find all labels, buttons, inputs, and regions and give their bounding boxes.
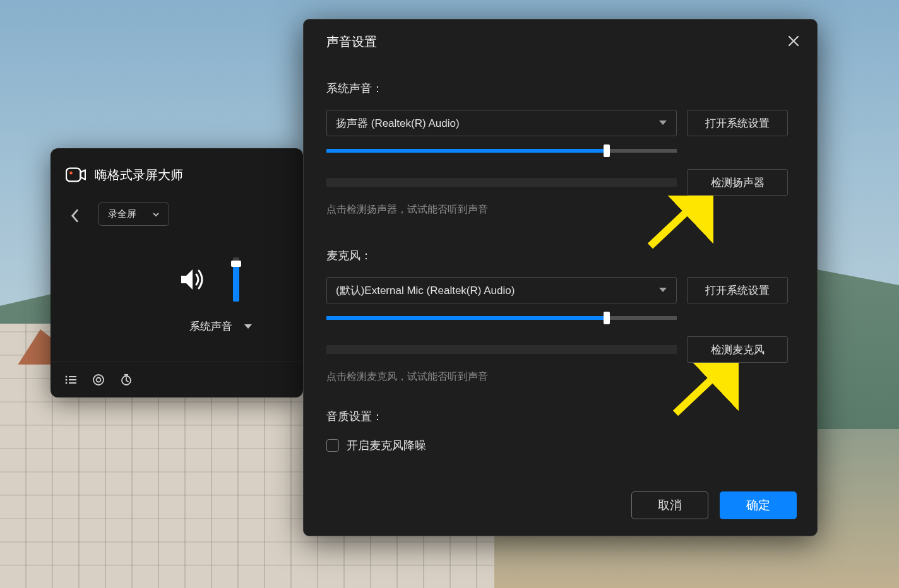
app-title: 嗨格式录屏大师 <box>95 167 183 184</box>
microphone-device-value: (默认)External Mic (Realtek(R) Audio) <box>336 283 515 298</box>
svg-point-8 <box>93 375 104 385</box>
volume-mini-knob <box>231 261 241 267</box>
recorder-body: 录全屏 <box>51 196 303 226</box>
region-select[interactable]: 录全屏 <box>98 203 169 226</box>
svg-point-9 <box>97 378 101 382</box>
open-mic-system-settings-button[interactable]: 打开系统设置 <box>687 277 788 303</box>
svg-point-2 <box>66 376 68 378</box>
chevron-down-icon <box>152 211 160 218</box>
recorder-footer <box>51 362 303 397</box>
svg-rect-0 <box>66 168 81 182</box>
microphone-section-label: 麦克风： <box>326 248 794 263</box>
speaker-icon <box>177 264 208 295</box>
open-system-settings-button[interactable]: 打开系统设置 <box>687 110 788 136</box>
system-sound-section-label: 系统声音： <box>326 81 794 96</box>
test-speaker-label: 检测扬声器 <box>711 175 765 190</box>
svg-rect-11 <box>124 374 128 375</box>
back-button[interactable] <box>69 203 80 225</box>
ok-button[interactable]: 确定 <box>720 491 797 519</box>
speaker-volume-slider[interactable] <box>326 149 677 153</box>
microphone-level-meter <box>326 345 677 354</box>
gear-icon[interactable] <box>92 373 105 386</box>
speaker-level-meter <box>326 178 677 187</box>
recorder-main: 系统声音 <box>51 257 303 362</box>
microphone-hint: 点击检测麦克风，试试能否听到声音 <box>326 370 794 384</box>
system-sound-device-select[interactable]: 扬声器 (Realtek(R) Audio) <box>326 110 677 136</box>
system-sound-device-value: 扬声器 (Realtek(R) Audio) <box>336 116 460 131</box>
volume-mini-fill <box>233 266 239 302</box>
test-speaker-button[interactable]: 检测扬声器 <box>687 169 788 196</box>
chevron-down-icon <box>658 120 667 126</box>
open-system-settings-label: 打开系统设置 <box>705 116 770 131</box>
ok-label: 确定 <box>746 497 770 514</box>
svg-point-4 <box>66 379 68 381</box>
microphone-device-select[interactable]: (默认)External Mic (Realtek(R) Audio) <box>326 277 677 303</box>
dialog-content: 系统声音： 扬声器 (Realtek(R) Audio) 打开系统设置 检测扬声… <box>304 62 817 478</box>
cancel-label: 取消 <box>658 497 682 514</box>
open-mic-system-settings-label: 打开系统设置 <box>705 283 770 298</box>
dialog-footer: 取消 确定 <box>304 478 817 536</box>
system-sound-dropdown[interactable] <box>244 320 253 333</box>
svg-rect-5 <box>69 379 76 380</box>
svg-rect-7 <box>69 382 76 384</box>
region-select-label: 录全屏 <box>108 208 136 220</box>
svg-point-1 <box>69 172 73 175</box>
list-icon[interactable] <box>64 373 77 386</box>
system-sound-label: 系统声音 <box>189 319 232 334</box>
volume-mini-slider[interactable] <box>233 257 239 302</box>
svg-rect-3 <box>69 376 76 377</box>
speaker-hint: 点击检测扬声器，试试能否听到声音 <box>326 203 794 216</box>
chevron-down-icon <box>658 287 667 293</box>
microphone-volume-slider[interactable] <box>326 316 677 320</box>
app-logo-icon <box>66 166 86 184</box>
test-microphone-button[interactable]: 检测麦克风 <box>687 336 788 363</box>
dialog-title: 声音设置 <box>326 33 377 50</box>
dialog-header: 声音设置 <box>304 20 817 62</box>
recorder-header: 嗨格式录屏大师 <box>51 148 303 196</box>
test-microphone-label: 检测麦克风 <box>711 343 765 357</box>
sound-settings-dialog: 声音设置 系统声音： 扬声器 (Realtek(R) Audio) 打开系统设置… <box>303 19 818 536</box>
noise-reduction-label: 开启麦克风降噪 <box>347 438 426 453</box>
recorder-window: 嗨格式录屏大师 录全屏 系统声音 <box>51 148 303 397</box>
timer-icon[interactable] <box>120 373 133 386</box>
close-button[interactable] <box>788 35 799 49</box>
noise-reduction-checkbox[interactable] <box>326 439 339 452</box>
cancel-button[interactable]: 取消 <box>631 491 708 519</box>
svg-point-6 <box>66 382 68 384</box>
quality-section-label: 音质设置： <box>326 409 794 424</box>
